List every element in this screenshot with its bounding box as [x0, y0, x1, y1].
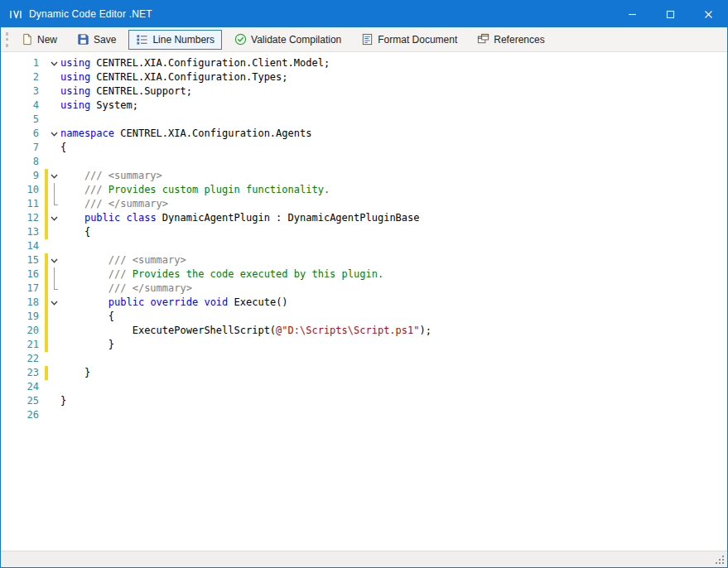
fold-margin: [48, 338, 60, 352]
line-number: 26: [1, 408, 42, 422]
toolbar-button-label: References: [494, 34, 544, 46]
toolbar-button-label: Format Document: [378, 34, 457, 46]
line-numbers-icon: [136, 33, 148, 46]
toolbar-button-label: New: [37, 34, 57, 46]
line-number: 9: [1, 169, 42, 183]
references-button[interactable]: References: [470, 30, 552, 50]
titlebar: Dynamic Code Editor .NET: [1, 1, 727, 27]
line-number: 1: [1, 56, 42, 70]
fold-margin: [48, 394, 60, 408]
code-line[interactable]: 14: [1, 239, 727, 253]
code-line[interactable]: 26: [1, 408, 727, 422]
save-button[interactable]: Save: [70, 30, 123, 50]
line-number: 25: [1, 394, 42, 408]
code-text: /// <summary>: [60, 169, 162, 183]
code-line[interactable]: 5: [1, 113, 727, 127]
line-number: 2: [1, 70, 42, 84]
new-button[interactable]: New: [13, 30, 65, 50]
line-number: 3: [1, 84, 42, 99]
references-icon: [477, 33, 489, 46]
code-line[interactable]: 19 {: [1, 310, 727, 324]
toolbar-button-label: Validate Compilation: [251, 34, 341, 46]
line-number: 8: [1, 155, 42, 169]
validate-icon: [234, 33, 247, 46]
code-text: using CENTREL.Support;: [60, 84, 192, 99]
code-line[interactable]: 8: [1, 155, 727, 169]
line-number: 12: [1, 211, 42, 225]
code-line[interactable]: 18 public override void Execute(): [1, 296, 727, 310]
line-number: 6: [1, 127, 42, 141]
resize-grip[interactable]: [722, 556, 724, 557]
fold-margin: [48, 239, 60, 253]
fold-toggle-icon[interactable]: [48, 56, 60, 70]
fold-toggle-icon[interactable]: [48, 253, 60, 267]
code-text: public override void Execute(): [60, 296, 288, 310]
code-line[interactable]: 23 }: [1, 366, 727, 380]
fold-margin: [48, 197, 60, 211]
line-number: 4: [1, 99, 42, 113]
code-line[interactable]: 2using CENTREL.XIA.Configuration.Types;: [1, 70, 727, 84]
fold-margin: [48, 310, 60, 324]
new-document-icon: [21, 33, 33, 46]
line-number: 22: [1, 352, 42, 366]
code-text: }: [60, 394, 66, 408]
line-number: 13: [1, 225, 42, 239]
line-number: 5: [1, 113, 42, 127]
line-number: 24: [1, 380, 42, 394]
code-text: using CENTREL.XIA.Configuration.Client.M…: [60, 56, 330, 70]
fold-margin: [48, 183, 60, 197]
code-editor[interactable]: 1using CENTREL.XIA.Configuration.Client.…: [1, 52, 727, 551]
code-line[interactable]: 11 /// </summary>: [1, 197, 727, 211]
fold-margin: [48, 225, 60, 239]
code-line[interactable]: 1using CENTREL.XIA.Configuration.Client.…: [1, 56, 727, 70]
validate-compilation-button[interactable]: Validate Compilation: [227, 30, 349, 50]
fold-margin: [48, 70, 60, 84]
toolbar-grip[interactable]: [6, 32, 8, 47]
code-line[interactable]: 20 ExecutePowerShellScript(@"D:\Scripts\…: [1, 324, 727, 338]
code-line[interactable]: 13 {: [1, 225, 727, 239]
code-line[interactable]: 25}: [1, 394, 727, 408]
close-button[interactable]: [689, 1, 727, 27]
fold-margin: [48, 366, 60, 380]
fold-margin: [48, 324, 60, 338]
fold-toggle-icon[interactable]: [48, 296, 60, 310]
toolbar-button-label: Line Numbers: [152, 34, 215, 46]
code-line[interactable]: 21 }: [1, 338, 727, 352]
line-number: 7: [1, 141, 42, 155]
code-line[interactable]: 17 /// </summary>: [1, 282, 727, 296]
close-icon: [704, 10, 713, 19]
code-line[interactable]: 24: [1, 380, 727, 394]
app-window: Dynamic Code Editor .NET NewSaveLine Num…: [0, 0, 728, 568]
code-text: /// Provides the code executed by this p…: [60, 267, 383, 282]
fold-toggle-icon[interactable]: [48, 169, 60, 183]
code-line[interactable]: 4using System;: [1, 99, 727, 113]
code-line[interactable]: 3using CENTREL.Support;: [1, 84, 727, 99]
line-number: 21: [1, 338, 42, 352]
code-line[interactable]: 6namespace CENTREL.XIA.Configuration.Age…: [1, 127, 727, 141]
code-line[interactable]: 9 /// <summary>: [1, 169, 727, 183]
code-text: public class DynamicAgentPlugin : Dynami…: [60, 211, 420, 225]
code-line[interactable]: 10 /// Provides custom plugin functional…: [1, 183, 727, 197]
fold-margin: [48, 408, 60, 422]
line-number: 16: [1, 267, 42, 282]
fold-toggle-icon[interactable]: [48, 211, 60, 225]
minimize-button[interactable]: [613, 1, 651, 27]
line-numbers-toggle[interactable]: Line Numbers: [128, 30, 222, 50]
fold-toggle-icon[interactable]: [48, 127, 60, 141]
code-text: {: [60, 141, 66, 155]
code-text: using System;: [60, 99, 138, 113]
fold-margin: [48, 352, 60, 366]
code-line[interactable]: 12 public class DynamicAgentPlugin : Dyn…: [1, 211, 727, 225]
code-line[interactable]: 16 /// Provides the code executed by thi…: [1, 267, 727, 282]
format-document-button[interactable]: Format Document: [354, 30, 465, 50]
code-text: }: [60, 338, 114, 352]
code-line[interactable]: 15 /// <summary>: [1, 253, 727, 267]
maximize-button[interactable]: [651, 1, 689, 27]
line-number: 20: [1, 324, 42, 338]
code-line[interactable]: 7{: [1, 141, 727, 155]
line-number: 23: [1, 366, 42, 380]
line-number: 17: [1, 282, 42, 296]
code-line[interactable]: 22: [1, 352, 727, 366]
line-number: 18: [1, 296, 42, 310]
line-number: 19: [1, 310, 42, 324]
